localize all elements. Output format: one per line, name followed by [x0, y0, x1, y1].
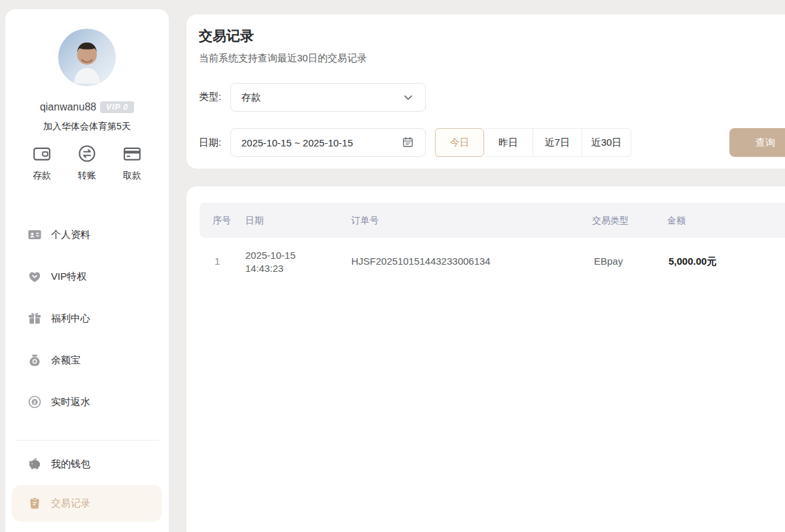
cell-date-day: 2025-10-15 [245, 250, 296, 261]
transactions-panel: 序号 日期 订单号 交易类型 金额 1 2025-10-15 14:43:23 … [186, 186, 785, 532]
calendar-icon [402, 136, 415, 149]
range-7days-button[interactable]: 近7日 [533, 128, 582, 157]
table-row: 1 2025-10-15 14:43:23 HJSF20251015144323… [200, 244, 785, 283]
type-select[interactable]: 存款 [230, 83, 426, 112]
cell-transaction-type: EBpay [594, 256, 623, 267]
sidebar-item-yuebao[interactable]: 余额宝 [5, 339, 169, 381]
vip-badge-icon [27, 269, 42, 284]
quick-actions: 存款 转账 取款 [13, 144, 161, 182]
sidebar-menu: 个人资料 VIP特权 福利中心 余额宝 实时返水 [5, 214, 169, 423]
filters-panel: 交易记录 当前系统支持查询最近30日的交易记录 类型: 存款 日期: 2025-… [186, 14, 785, 169]
col-header-date: 日期 [245, 215, 264, 227]
transfer-icon [76, 144, 98, 163]
sidebar-divider [14, 440, 160, 441]
range-today-button[interactable]: 今日 [435, 128, 484, 157]
col-header-index: 序号 [213, 215, 231, 227]
table-header-row: 序号 日期 订单号 交易类型 金额 [200, 203, 785, 238]
money-bag-icon [27, 353, 42, 367]
piggy-bank-icon [27, 457, 42, 471]
sidebar-item-wallet[interactable]: 我的钱包 [5, 443, 169, 485]
deposit-label: 存款 [22, 170, 61, 182]
date-range-value: 2025-10-15 ~ 2025-10-15 [241, 137, 402, 148]
wallet-icon [31, 144, 53, 163]
type-select-value: 存款 [241, 91, 402, 104]
date-quick-range-group: 今日 昨日 近7日 近30日 [435, 128, 631, 157]
username: qianwanu88 [40, 101, 96, 112]
transfer-quick-action[interactable]: 转账 [67, 144, 107, 182]
sidebar-item-benefits[interactable]: 福利中心 [5, 297, 169, 339]
transfer-label: 转账 [67, 170, 107, 182]
withdraw-quick-action[interactable]: 取款 [113, 144, 152, 182]
gift-icon [27, 311, 42, 325]
sidebar-item-label: 余额宝 [51, 354, 80, 367]
col-header-amount: 金额 [667, 215, 686, 227]
range-30days-button[interactable]: 近30日 [582, 128, 631, 157]
cell-index: 1 [215, 256, 220, 267]
cell-amount: 5,000.00元 [669, 256, 716, 268]
sidebar-item-rebate[interactable]: 实时返水 [5, 381, 169, 423]
sidebar-item-label: 我的钱包 [51, 458, 90, 471]
join-days-text: 加入华体会体育第5天 [5, 121, 169, 133]
date-filter-label: 日期: [199, 137, 221, 149]
type-filter-label: 类型: [199, 91, 221, 103]
id-card-icon [27, 227, 42, 242]
col-header-order: 订单号 [351, 215, 379, 227]
sidebar-item-label: 交易记录 [51, 497, 90, 510]
avatar-image [58, 29, 116, 86]
sidebar-item-label: 福利中心 [51, 312, 90, 325]
deposit-quick-action[interactable]: 存款 [22, 144, 61, 182]
range-yesterday-button[interactable]: 昨日 [484, 128, 533, 157]
page-subtitle: 当前系统支持查询最近30日的交易记录 [199, 52, 367, 65]
coin-icon [27, 395, 42, 409]
sidebar-item-label: 个人资料 [51, 229, 90, 241]
date-range-input[interactable]: 2025-10-15 ~ 2025-10-15 [230, 128, 426, 157]
user-row: qianwanu88VIP 0 [5, 101, 169, 113]
chevron-down-icon [402, 91, 415, 104]
cell-date-time: 14:43:23 [245, 263, 283, 274]
bank-card-icon [121, 144, 143, 163]
sidebar-item-profile[interactable]: 个人资料 [5, 214, 169, 256]
cell-order-no: HJSF202510151443233006134 [351, 256, 491, 267]
withdraw-label: 取款 [113, 170, 152, 182]
col-header-type: 交易类型 [592, 215, 629, 227]
clipboard-icon [27, 496, 42, 510]
sidebar-item-transactions[interactable]: 交易记录 [12, 485, 162, 522]
vip-level-badge: VIP 0 [100, 101, 134, 113]
cell-date: 2025-10-15 14:43:23 [245, 249, 296, 275]
sidebar: qianwanu88VIP 0 加入华体会体育第5天 存款 转账 取款 [5, 9, 169, 532]
sidebar-item-label: VIP特权 [51, 271, 86, 283]
search-button[interactable]: 查询 [729, 128, 785, 157]
avatar[interactable] [58, 29, 116, 86]
sidebar-item-label: 实时返水 [51, 396, 90, 408]
sidebar-menu-wallet: 我的钱包 交易记录 [5, 443, 169, 522]
page-title: 交易记录 [199, 27, 254, 45]
sidebar-item-vip[interactable]: VIP特权 [5, 256, 169, 297]
